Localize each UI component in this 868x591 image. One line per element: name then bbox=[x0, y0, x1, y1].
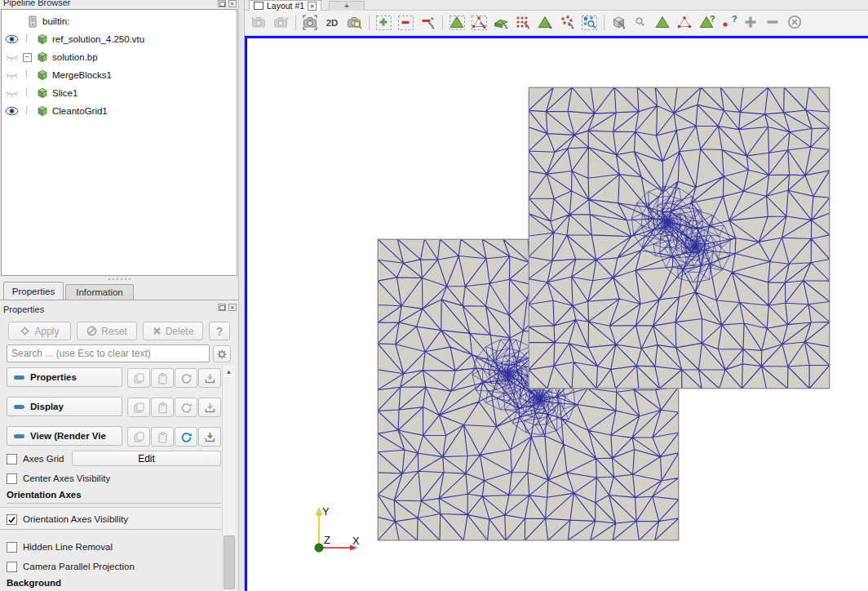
axes-grid-edit-button[interactable]: Edit bbox=[72, 451, 221, 466]
camera-parallel-checkbox[interactable] bbox=[7, 562, 17, 572]
hover-cells-icon[interactable]: ? bbox=[696, 13, 716, 33]
properties-float-icon[interactable] bbox=[218, 304, 226, 311]
interactive-select-cells-icon[interactable] bbox=[652, 13, 672, 33]
copy-properties-icon[interactable] bbox=[127, 398, 150, 417]
pipeline-item-solution-bp[interactable]: −solution.bp bbox=[2, 48, 237, 66]
zoom-to-data-icon[interactable] bbox=[343, 13, 364, 33]
checkmark-icon bbox=[7, 515, 16, 524]
dataset-cube-icon bbox=[35, 69, 49, 82]
search-options-button[interactable] bbox=[213, 345, 231, 362]
select-points-polygon-icon[interactable] bbox=[556, 13, 577, 33]
restore-defaults-icon[interactable] bbox=[175, 427, 197, 447]
pipeline-item-cleantogrid1[interactable]: CleantoGrid1 bbox=[2, 102, 237, 120]
main-view-area: Layout #1 ✕ + 2D?? YXZ bbox=[245, 0, 868, 591]
center-axes-checkbox[interactable] bbox=[7, 473, 17, 484]
tab-information[interactable]: Information bbox=[65, 284, 134, 300]
capture-screenshot-icon[interactable] bbox=[299, 13, 320, 33]
layout-tab-close-icon[interactable]: ✕ bbox=[308, 2, 317, 11]
paste-properties-icon[interactable] bbox=[151, 398, 174, 417]
section-header[interactable]: Properties bbox=[7, 367, 122, 387]
select-block-icon[interactable] bbox=[578, 13, 599, 33]
clear-selection-icon[interactable] bbox=[784, 13, 804, 33]
zoom-box-add-icon[interactable] bbox=[373, 13, 393, 33]
reset-button[interactable]: Reset bbox=[77, 322, 137, 340]
hidden-line-checkbox[interactable] bbox=[7, 542, 17, 553]
zoom-box-remove-icon[interactable] bbox=[395, 13, 415, 33]
scroll-up-arrow-icon[interactable]: ▲ bbox=[223, 366, 235, 377]
paste-properties-icon[interactable] bbox=[151, 427, 174, 447]
properties-scrollbar[interactable]: ▲ bbox=[222, 366, 235, 591]
pipeline-item-label: ref_solution_4.250.vtu bbox=[52, 34, 144, 44]
svg-text:Y: Y bbox=[322, 505, 330, 518]
search-placeholder: Search ... (use Esc to clear text) bbox=[11, 348, 151, 359]
section-label: View (Render Vie bbox=[30, 431, 106, 441]
pipeline-item-label: solution.bp bbox=[52, 52, 98, 62]
select-cells-through-icon[interactable] bbox=[490, 13, 511, 33]
pipeline-item-mergeblocks1[interactable]: MergeBlocks1 bbox=[2, 66, 237, 84]
select-points-through-icon[interactable] bbox=[512, 13, 533, 33]
restore-defaults-icon[interactable] bbox=[175, 368, 197, 388]
restore-defaults-icon[interactable] bbox=[175, 398, 197, 417]
svg-text:?: ? bbox=[710, 14, 715, 24]
orientation-axes-visibility-checkbox[interactable] bbox=[7, 514, 17, 525]
select-points-rectangle-icon[interactable] bbox=[468, 13, 489, 33]
pipeline-item-builtin-[interactable]: builtin: bbox=[2, 12, 237, 30]
save-defaults-icon[interactable] bbox=[198, 427, 221, 447]
pipeline-browser-tree[interactable]: builtin:ref_solution_4.250.vtu−solution.… bbox=[1, 9, 237, 276]
orientation-axes-visibility-row: Orientation Axes Visibility bbox=[7, 513, 128, 526]
camera-redo-icon[interactable] bbox=[270, 13, 290, 33]
properties-panel-body: Apply Reset Delete ? Search ... (use Esc… bbox=[0, 317, 238, 591]
apply-gear-icon bbox=[20, 326, 30, 336]
vertical-splitter-handle[interactable] bbox=[238, 0, 245, 591]
interactive-select-points-icon[interactable] bbox=[630, 13, 650, 33]
select-cells-rectangle-icon[interactable] bbox=[446, 13, 467, 33]
camera-undo-icon[interactable] bbox=[248, 13, 268, 33]
delete-button[interactable]: Delete bbox=[143, 322, 203, 340]
upper-right-mesh bbox=[529, 87, 830, 389]
hover-points-icon[interactable]: ? bbox=[718, 13, 738, 33]
eye-open-icon[interactable] bbox=[5, 106, 19, 116]
section-row-display: Display bbox=[0, 397, 220, 416]
section-header[interactable]: View (Render Vie bbox=[7, 426, 122, 446]
help-button[interactable]: ? bbox=[209, 322, 230, 340]
pipeline-item-label: MergeBlocks1 bbox=[52, 70, 112, 80]
save-defaults-icon[interactable] bbox=[198, 398, 221, 417]
pipeline-item-ref-solution-4-250-vtu[interactable]: ref_solution_4.250.vtu bbox=[2, 30, 237, 48]
paste-properties-icon[interactable] bbox=[151, 368, 174, 388]
copy-properties-icon[interactable] bbox=[127, 427, 150, 447]
collapse-expander-icon[interactable]: − bbox=[23, 53, 32, 62]
search-input[interactable]: Search ... (use Esc to clear text) bbox=[7, 344, 210, 362]
layout-preview-icon[interactable] bbox=[254, 2, 264, 10]
select-cells-polygon-icon[interactable] bbox=[534, 13, 555, 33]
layout-tab[interactable]: Layout #1 ✕ bbox=[249, 0, 321, 11]
eye-open-icon[interactable] bbox=[5, 34, 19, 44]
eye-closed-icon[interactable] bbox=[5, 70, 19, 80]
axes-grid-checkbox[interactable] bbox=[7, 454, 17, 464]
pipeline-float-icon[interactable] bbox=[218, 0, 226, 7]
section-header[interactable]: Display bbox=[7, 397, 122, 416]
toggle-2d-icon[interactable]: 2D bbox=[321, 13, 342, 33]
pipeline-item-slice1[interactable]: Slice1 bbox=[2, 84, 237, 102]
pipeline-item-label: builtin: bbox=[42, 16, 69, 26]
grow-selection-icon[interactable] bbox=[740, 13, 760, 33]
shrink-selection-icon[interactable] bbox=[762, 13, 782, 33]
render-viewport[interactable]: YXZ bbox=[245, 36, 868, 591]
eye-closed-icon[interactable] bbox=[5, 52, 19, 62]
pipeline-item-label: CleantoGrid1 bbox=[52, 106, 108, 116]
copy-properties-icon[interactable] bbox=[127, 368, 150, 388]
eye-closed-icon[interactable] bbox=[5, 88, 19, 98]
pipeline-close-icon[interactable]: ✕ bbox=[228, 0, 237, 7]
interactive-select-points-tri-icon[interactable] bbox=[674, 13, 694, 33]
scrollbar-thumb[interactable] bbox=[224, 535, 235, 589]
new-layout-tab[interactable]: + bbox=[329, 1, 365, 11]
apply-button[interactable]: Apply bbox=[8, 322, 71, 340]
tab-properties[interactable]: Properties bbox=[3, 282, 64, 300]
reset-display-icon[interactable] bbox=[417, 13, 437, 33]
tree-indent[interactable]: − bbox=[19, 53, 35, 62]
save-defaults-icon[interactable] bbox=[198, 368, 221, 388]
toolbar-separator bbox=[295, 16, 296, 30]
section-dash-icon bbox=[14, 405, 24, 409]
layout-tabbar: Layout #1 ✕ + bbox=[245, 0, 868, 11]
properties-close-icon[interactable]: ✕ bbox=[228, 304, 237, 311]
select-block-through-icon[interactable] bbox=[608, 13, 628, 33]
